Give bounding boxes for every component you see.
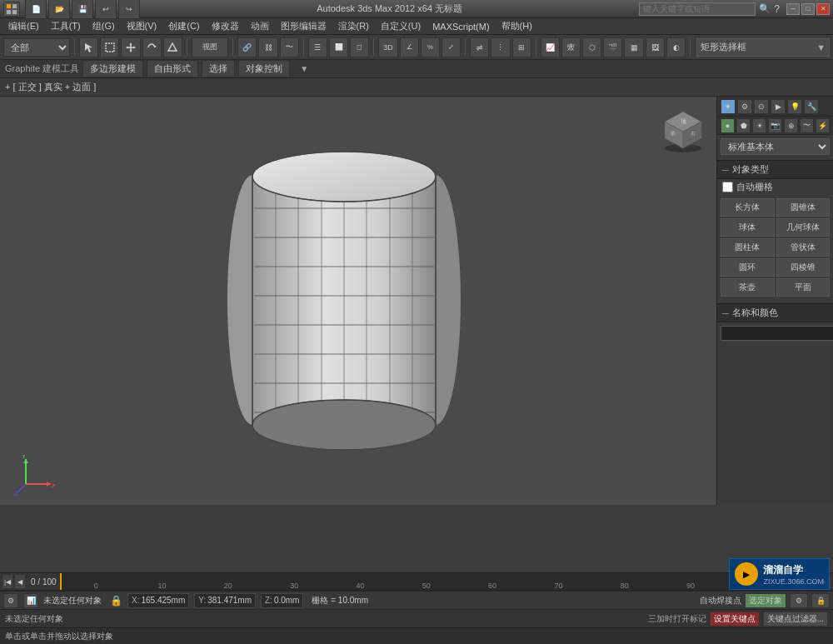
shapes-btn[interactable]: ⬟ bbox=[736, 118, 751, 133]
lock-icon[interactable]: 🔒 bbox=[110, 595, 122, 607]
redo-btn[interactable]: ↪ bbox=[118, 0, 140, 19]
spinner-snap-btn[interactable]: ⤢ bbox=[441, 37, 461, 57]
curve-editor-btn[interactable]: 📈 bbox=[541, 37, 560, 57]
help-icon[interactable]: ? bbox=[774, 3, 780, 15]
link-btn[interactable]: 🔗 bbox=[237, 37, 257, 57]
motion-panel-btn[interactable]: ▶ bbox=[771, 99, 786, 114]
menu-graph-editor[interactable]: 图形编辑器 bbox=[276, 18, 332, 34]
maximize-btn[interactable]: □ bbox=[801, 3, 815, 15]
unlink-btn[interactable]: ⛓ bbox=[258, 37, 277, 57]
sphere-btn[interactable]: 球体 bbox=[721, 218, 775, 237]
selection-region-box[interactable]: 矩形选择框 ▼ bbox=[696, 38, 830, 57]
watermark: ▶ 溜溜自学 ZIXUE.3066.COM bbox=[729, 558, 830, 590]
pyramid-btn[interactable]: 四棱锥 bbox=[776, 258, 831, 277]
angle-snap-btn[interactable]: ∠ bbox=[400, 37, 419, 57]
systems-btn[interactable]: ⚡ bbox=[816, 118, 830, 133]
new-btn[interactable]: 📄 bbox=[25, 0, 47, 19]
open-btn[interactable]: 📂 bbox=[48, 0, 70, 19]
undo-btn[interactable]: ↩ bbox=[95, 0, 117, 19]
status-icon-2[interactable]: 📊 bbox=[23, 593, 38, 608]
set-key-btn[interactable]: 设置关键点 bbox=[710, 612, 760, 627]
cylinder-btn[interactable]: 圆柱体 bbox=[721, 238, 775, 257]
graphite-toggle[interactable]: ▼ bbox=[300, 64, 308, 73]
activeshade-btn[interactable]: ◐ bbox=[666, 37, 686, 57]
tube-btn[interactable]: 管状体 bbox=[776, 238, 831, 257]
schematic-view-btn[interactable]: 🕸 bbox=[561, 37, 581, 57]
menu-create[interactable]: 创建(C) bbox=[163, 18, 204, 34]
object-name-input[interactable] bbox=[721, 326, 833, 341]
menu-modifier[interactable]: 修改器 bbox=[207, 18, 244, 34]
geometry-btn[interactable]: ● bbox=[721, 118, 735, 133]
align-btn[interactable]: ⋮ bbox=[491, 37, 510, 57]
save-btn[interactable]: 💾 bbox=[72, 0, 93, 19]
move-tool-btn[interactable] bbox=[121, 37, 140, 57]
render-setup-btn[interactable]: 🎬 bbox=[603, 37, 622, 57]
cameras-btn[interactable]: 📷 bbox=[768, 118, 782, 133]
reference-coord-btn[interactable]: 视图 bbox=[192, 37, 228, 57]
status-right-icon-2[interactable]: 🔒 bbox=[811, 593, 830, 608]
menu-animation[interactable]: 动画 bbox=[246, 18, 274, 34]
plane-btn[interactable]: 平面 bbox=[776, 278, 831, 297]
create-panel-btn[interactable]: ✦ bbox=[721, 99, 736, 114]
percent-snap-btn[interactable]: % bbox=[421, 37, 440, 57]
search-input[interactable] bbox=[639, 2, 756, 16]
box-btn[interactable]: 长方体 bbox=[721, 198, 775, 217]
selection-btn[interactable]: 选定对象 bbox=[745, 593, 786, 608]
cone-btn[interactable]: 圆锥体 bbox=[776, 198, 831, 217]
geosphere-btn[interactable]: 几何球体 bbox=[776, 218, 831, 237]
selection-filter-dropdown[interactable]: 全部 bbox=[3, 38, 70, 57]
menu-maxscript[interactable]: MAXScript(M) bbox=[427, 20, 494, 33]
timeline-prev-btn[interactable]: ◀ bbox=[14, 574, 26, 589]
menu-render[interactable]: 渲染(R) bbox=[333, 18, 374, 34]
lights-btn[interactable]: ☀ bbox=[752, 118, 766, 133]
menu-group[interactable]: 组(G) bbox=[87, 18, 120, 34]
tick-70: 70 bbox=[526, 582, 591, 590]
torus-btn[interactable]: 圆环 bbox=[721, 258, 775, 277]
helpers-btn[interactable]: ⊕ bbox=[784, 118, 798, 133]
menu-help[interactable]: 帮助(H) bbox=[496, 18, 537, 34]
scale-tool-btn[interactable] bbox=[163, 37, 182, 57]
modify-panel-btn[interactable]: ⚙ bbox=[737, 99, 752, 114]
menu-tools[interactable]: 工具(T) bbox=[46, 18, 86, 34]
snap-3d-btn[interactable]: 3D bbox=[378, 37, 397, 57]
rendered-frame-btn[interactable]: 🖼 bbox=[646, 37, 665, 57]
object-category-dropdown[interactable]: 标准基本体 bbox=[721, 138, 830, 155]
mirror-btn[interactable]: ⇌ bbox=[470, 37, 489, 57]
utilities-panel-btn[interactable]: 🔧 bbox=[804, 99, 819, 114]
menu-view[interactable]: 视图(V) bbox=[122, 18, 162, 34]
graphite-tab-polygon[interactable]: 多边形建模 bbox=[82, 60, 143, 77]
graphite-tab-freeform[interactable]: 自由形式 bbox=[147, 60, 198, 77]
auto-grid-checkbox[interactable] bbox=[722, 182, 733, 192]
layer-btn[interactable]: ⊞ bbox=[512, 37, 531, 57]
display-panel-btn[interactable]: 💡 bbox=[787, 99, 802, 114]
render-btn[interactable]: ▦ bbox=[624, 37, 643, 57]
viewcube[interactable]: 顶 右 前 bbox=[658, 105, 708, 155]
status-right-icon-1[interactable]: ⚙ bbox=[790, 593, 808, 608]
timeline-controls-left: |◀ ◀ bbox=[0, 574, 27, 589]
menu-customize[interactable]: 自定义(U) bbox=[376, 18, 426, 34]
window-cross-btn[interactable]: ◻ bbox=[350, 37, 369, 57]
menu-edit[interactable]: 编辑(E) bbox=[3, 18, 44, 34]
rotate-tool-btn[interactable] bbox=[142, 37, 162, 57]
rectangular-sel-btn[interactable]: ⬜ bbox=[329, 37, 348, 57]
select-tool-btn[interactable] bbox=[79, 37, 98, 57]
select-by-name-btn[interactable]: ☰ bbox=[308, 37, 327, 57]
search-icon[interactable]: 🔍 bbox=[759, 3, 771, 14]
svg-rect-2 bbox=[7, 10, 11, 14]
graphite-tab-select[interactable]: 选择 bbox=[202, 60, 235, 77]
minimize-btn[interactable]: ─ bbox=[786, 3, 800, 15]
material-editor-btn[interactable]: ⬡ bbox=[582, 37, 601, 57]
teapot-btn[interactable]: 茶壶 bbox=[721, 278, 775, 297]
hierarchy-panel-btn[interactable]: ⊙ bbox=[754, 99, 769, 114]
viewport[interactable]: 顶 右 前 bbox=[0, 97, 716, 505]
bind-space-warp-btn[interactable]: 〜 bbox=[280, 37, 299, 57]
select-region-btn[interactable] bbox=[100, 37, 119, 57]
timeline-begin-btn[interactable]: |◀ bbox=[2, 574, 13, 589]
status-icon-1[interactable]: ⚙ bbox=[3, 593, 18, 608]
graphite-tab-object[interactable]: 对象控制 bbox=[238, 60, 290, 77]
close-btn[interactable]: ✕ bbox=[816, 3, 830, 15]
timeline-track[interactable]: 0 10 20 30 40 50 60 70 80 90 100 bbox=[60, 573, 793, 590]
filter-key-btn[interactable]: 关键点过滤器... bbox=[763, 612, 828, 627]
spacewarps-btn[interactable]: 〜 bbox=[800, 118, 814, 133]
svg-marker-11 bbox=[153, 46, 157, 47]
